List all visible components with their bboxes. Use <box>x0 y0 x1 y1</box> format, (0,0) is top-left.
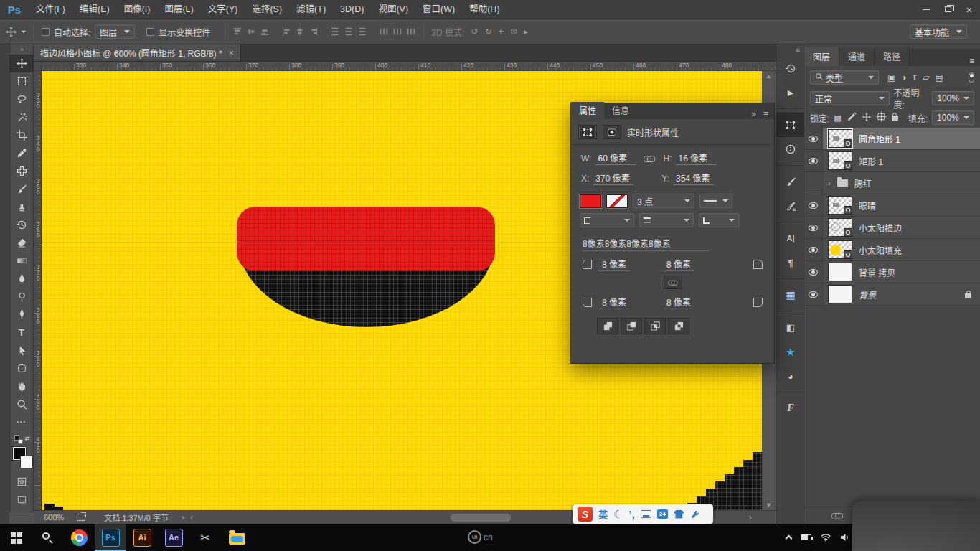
top-left-corner-icon[interactable] <box>583 260 592 269</box>
link-radii-button[interactable] <box>664 276 682 289</box>
ime-language-toggle[interactable]: 英 <box>598 507 608 521</box>
quick-mask-button[interactable] <box>10 473 33 491</box>
magic-wand-tool[interactable] <box>10 108 33 126</box>
distribute-vertical-centers-icon[interactable] <box>344 27 354 37</box>
menu-编辑E[interactable]: 编辑(E) <box>72 0 117 19</box>
brush-settings-panel-icon[interactable] <box>777 169 804 194</box>
layer-name[interactable]: 眼睛 <box>859 199 876 212</box>
kind-pixel-filter-icon[interactable]: ▣ <box>887 72 895 83</box>
align-right-edges-icon[interactable] <box>308 27 319 37</box>
stroke-type-select[interactable] <box>699 194 732 208</box>
visibility-toggle[interactable] <box>804 194 823 216</box>
speaker-icon[interactable] <box>840 533 849 542</box>
menu-文字Y[interactable]: 文字(Y) <box>201 0 245 19</box>
properties-panel-icon[interactable] <box>777 113 804 137</box>
soft-keyboard-icon[interactable] <box>641 510 651 518</box>
expand-panels-icon[interactable]: « <box>777 44 804 56</box>
hidden-icons-chevron[interactable] <box>786 535 793 542</box>
layer-name[interactable]: 小太阳填充 <box>859 244 902 256</box>
restore-button[interactable] <box>937 0 958 19</box>
ime-fullhalf-icon[interactable]: ☾ <box>613 508 623 521</box>
scale-3d-icon[interactable]: ▸ <box>524 27 528 37</box>
close-button[interactable]: × <box>958 0 980 19</box>
scroll-up-icon[interactable]: ▲ <box>763 72 774 80</box>
orbit-3d-icon[interactable]: ↺ <box>471 27 478 37</box>
layer-row-腮红[interactable]: ›腮红 <box>804 172 980 194</box>
tab-图层[interactable]: 图层 <box>804 47 839 66</box>
subtract-front-shape-button[interactable] <box>621 318 642 334</box>
align-horizontal-centers-icon[interactable] <box>295 27 305 37</box>
scroll-right-icon[interactable]: › <box>749 512 752 522</box>
link-dimensions-icon[interactable] <box>644 156 655 161</box>
masks-button[interactable] <box>603 125 621 139</box>
corner-popup[interactable] <box>852 501 980 551</box>
clone-stamp-tool[interactable] <box>10 198 33 216</box>
taskbar-search-button[interactable] <box>32 524 63 551</box>
horizontal-ruler[interactable]: 3303403503603703803904004104204304404504… <box>42 62 776 71</box>
taskbar-folder-button[interactable] <box>221 524 253 551</box>
combine-shapes-button[interactable] <box>597 318 618 334</box>
height-field[interactable]: 16 像素 <box>676 151 716 165</box>
layer-name[interactable]: 矩形 1 <box>859 155 883 167</box>
default-colors-row[interactable]: ⇄ <box>11 434 32 446</box>
stroke-width-select[interactable]: 3 点 <box>633 194 694 208</box>
battery-icon[interactable] <box>801 534 811 540</box>
pen-tool[interactable] <box>10 306 33 324</box>
minimize-button[interactable] <box>915 0 937 19</box>
more-tool[interactable]: ··· <box>10 413 33 431</box>
zoom-level-field[interactable]: 600% <box>42 513 65 522</box>
stroke-align-select[interactable] <box>639 213 694 227</box>
align-top-edges-icon[interactable] <box>232 27 242 37</box>
workspace-select[interactable]: 基本功能 <box>910 24 967 39</box>
filter-toggle[interactable] <box>969 72 974 83</box>
swatches-panel-icon[interactable]: ▦ <box>777 283 804 307</box>
menu-选择S[interactable]: 选择(S) <box>245 0 289 19</box>
stroke-color-swatch[interactable] <box>606 194 628 208</box>
visibility-toggle[interactable] <box>804 283 823 305</box>
tool-preset-caret-icon[interactable] <box>22 31 26 35</box>
stroke-corner-select[interactable] <box>699 213 739 227</box>
taskbar-photoshop-button[interactable]: Ps <box>95 524 126 551</box>
auto-select-target-select[interactable]: 图层 <box>95 24 135 39</box>
blend-mode-select[interactable]: 正常 <box>810 91 890 105</box>
eraser-tool[interactable] <box>10 234 33 252</box>
align-vertical-centers-icon[interactable] <box>246 27 256 37</box>
ime-settings-wrench-icon[interactable] <box>690 509 700 519</box>
marquee-tool[interactable] <box>10 72 33 90</box>
layer-name[interactable]: 背景 <box>859 288 876 301</box>
x-field[interactable]: 370 像素 <box>593 171 633 185</box>
taskbar-snip-button[interactable]: ✂ <box>189 524 221 551</box>
tab-通道[interactable]: 通道 <box>839 47 875 66</box>
layer-thumbnail[interactable] <box>828 151 852 170</box>
y-field[interactable]: 354 像素 <box>674 171 714 185</box>
glyphs-panel-icon[interactable]: F <box>777 396 804 420</box>
fill-select[interactable]: 100% <box>932 110 974 125</box>
tab-close-icon[interactable]: × <box>229 47 235 58</box>
auto-select-checkbox[interactable] <box>42 28 50 36</box>
sogou-logo[interactable]: S <box>578 507 593 522</box>
layer-row-眼睛[interactable]: 眼睛 <box>804 194 980 217</box>
layer-row-小太阳描边[interactable]: 小太阳描边 <box>804 217 980 239</box>
align-bottom-edges-icon[interactable] <box>260 27 270 37</box>
layer-row-小太阳填充[interactable]: 小太阳填充 <box>804 239 980 261</box>
distribute-top-edges-icon[interactable] <box>330 27 340 37</box>
lasso-tool[interactable] <box>10 90 33 108</box>
actions-panel-icon[interactable]: ▶ <box>777 80 804 105</box>
stroke-options-select[interactable] <box>580 213 634 227</box>
layer-thumbnail[interactable] <box>828 129 852 148</box>
star-panel-icon[interactable]: ★ <box>777 339 804 364</box>
character-panel-icon[interactable]: A| <box>777 226 804 250</box>
top-right-radius-field[interactable]: 8 像素 <box>664 258 694 271</box>
document-tab[interactable]: 描边风格小图标 @ 600% (圆角矩形 1, RGB/8) * × <box>34 44 241 61</box>
dodge-tool[interactable] <box>10 288 33 306</box>
filter-type-select[interactable]: 类型 <box>810 70 879 85</box>
bottom-right-corner-icon[interactable] <box>753 298 763 307</box>
pan-3d-icon[interactable]: + <box>499 27 504 37</box>
intersect-shapes-button[interactable] <box>644 318 666 334</box>
ime-24-icon[interactable]: 24 <box>657 509 668 519</box>
red-rounded-rectangle-shape[interactable] <box>237 207 495 271</box>
taskbar-chrome-button[interactable] <box>63 524 95 551</box>
screen-mode-button[interactable] <box>10 491 33 509</box>
distribute-bottom-edges-icon[interactable] <box>357 27 367 37</box>
slide-3d-icon[interactable]: ⊕ <box>510 27 517 37</box>
